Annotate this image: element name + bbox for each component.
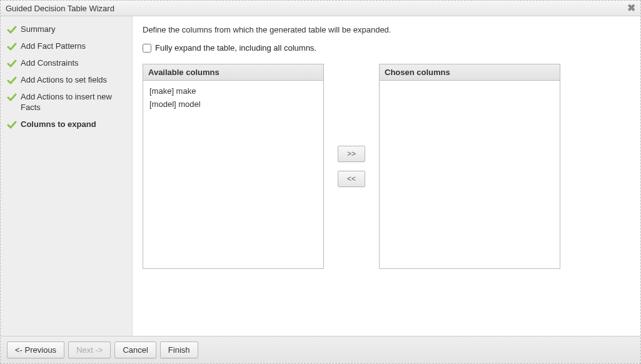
list-item[interactable]: [model] model [146,98,321,111]
step-label: Add Fact Patterns [21,41,126,52]
step-add-constraints[interactable]: Add Constraints [4,55,128,72]
previous-button[interactable]: <- Previous [7,341,64,358]
check-icon [7,93,17,103]
available-columns-header: Available columns [143,64,323,81]
chosen-columns-box: Chosen columns [379,64,560,269]
step-summary[interactable]: Summary [4,21,128,38]
main-panel: Define the columns from which the genera… [132,16,640,336]
wizard-steps-sidebar: Summary Add Fact Patterns Add Constraint… [1,16,132,336]
columns-shuttle: Available columns [make] make [model] mo… [143,64,630,269]
check-icon [7,42,17,52]
dialog-title: Guided Decision Table Wizard [6,4,114,13]
chosen-columns-list[interactable] [380,81,560,268]
available-columns-box: Available columns [make] make [model] mo… [143,64,324,269]
chosen-columns-header: Chosen columns [380,64,560,81]
fully-expand-label: Fully expand the table, including all co… [155,43,316,53]
cancel-button[interactable]: Cancel [114,341,156,358]
footer-bar: <- Previous Next -> Cancel Finish [1,336,640,363]
wizard-dialog: Guided Decision Table Wizard ✖ Summary A… [0,0,641,364]
title-bar: Guided Decision Table Wizard ✖ [1,1,640,16]
fully-expand-checkbox[interactable] [143,44,151,53]
check-icon [7,120,17,130]
shuttle-buttons: >> << [335,64,368,269]
step-label: Add Actions to set fields [21,75,126,86]
step-label: Summary [21,24,126,35]
close-icon[interactable]: ✖ [627,3,635,13]
step-add-actions-insert-facts[interactable]: Add Actions to insert new Facts [4,89,128,116]
step-add-fact-patterns[interactable]: Add Fact Patterns [4,38,128,55]
move-right-button[interactable]: >> [338,146,365,162]
available-columns-list[interactable]: [make] make [model] model [143,81,323,268]
instruction-text: Define the columns from which the genera… [143,25,630,34]
list-item[interactable]: [make] make [146,84,321,98]
check-icon [7,76,17,86]
check-icon [7,59,17,69]
step-columns-to-expand[interactable]: Columns to expand [4,116,128,133]
finish-button[interactable]: Finish [160,341,198,358]
step-label: Add Constraints [21,58,126,69]
step-label: Add Actions to insert new Facts [21,92,126,113]
next-button[interactable]: Next -> [68,341,111,358]
step-add-actions-set-fields[interactable]: Add Actions to set fields [4,72,128,89]
step-label: Columns to expand [21,119,126,130]
dialog-body: Summary Add Fact Patterns Add Constraint… [1,16,640,336]
fully-expand-row[interactable]: Fully expand the table, including all co… [143,43,630,53]
move-left-button[interactable]: << [338,171,365,187]
check-icon [7,25,17,35]
